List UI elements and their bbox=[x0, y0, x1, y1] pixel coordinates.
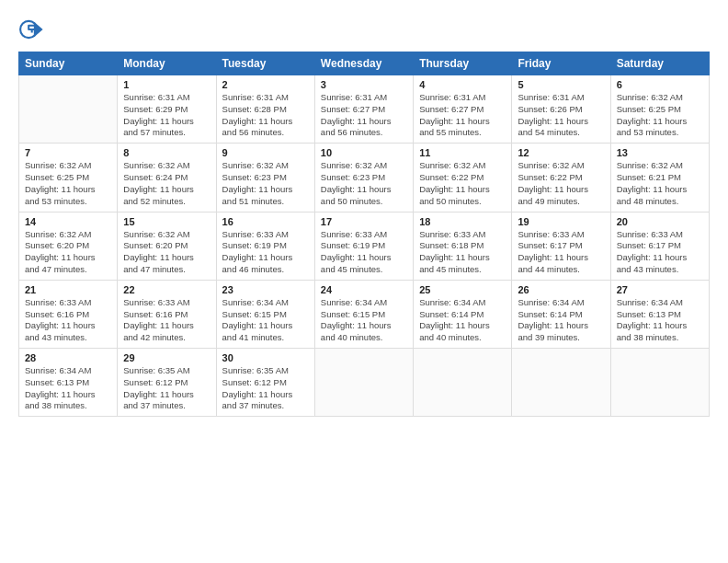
calendar-cell bbox=[610, 349, 709, 417]
day-detail: Sunrise: 6:32 AM Sunset: 6:20 PM Dayligh… bbox=[25, 229, 111, 276]
calendar-cell: 17Sunrise: 6:33 AM Sunset: 6:19 PM Dayli… bbox=[314, 212, 413, 280]
day-number: 23 bbox=[222, 284, 309, 295]
page: SundayMondayTuesdayWednesdayThursdayFrid… bbox=[0, 0, 728, 563]
calendar-cell: 2Sunrise: 6:31 AM Sunset: 6:28 PM Daylig… bbox=[216, 75, 314, 144]
calendar-cell: 3Sunrise: 6:31 AM Sunset: 6:27 PM Daylig… bbox=[314, 75, 413, 144]
day-detail: Sunrise: 6:31 AM Sunset: 6:29 PM Dayligh… bbox=[123, 92, 210, 139]
day-number: 10 bbox=[321, 147, 407, 158]
calendar-cell: 27Sunrise: 6:34 AM Sunset: 6:13 PM Dayli… bbox=[610, 280, 709, 348]
calendar-cell: 21Sunrise: 6:33 AM Sunset: 6:16 PM Dayli… bbox=[19, 280, 118, 348]
calendar-cell: 28Sunrise: 6:34 AM Sunset: 6:13 PM Dayli… bbox=[19, 349, 118, 417]
calendar-cell: 6Sunrise: 6:32 AM Sunset: 6:25 PM Daylig… bbox=[610, 75, 709, 144]
logo-icon bbox=[18, 17, 44, 42]
day-number: 20 bbox=[617, 216, 703, 227]
calendar-cell: 9Sunrise: 6:32 AM Sunset: 6:23 PM Daylig… bbox=[216, 144, 314, 212]
day-number: 18 bbox=[419, 216, 506, 227]
weekday-header-wednesday: Wednesday bbox=[314, 52, 413, 75]
day-number: 22 bbox=[123, 284, 210, 295]
day-detail: Sunrise: 6:32 AM Sunset: 6:23 PM Dayligh… bbox=[321, 160, 407, 207]
day-number: 12 bbox=[518, 147, 604, 158]
day-detail: Sunrise: 6:33 AM Sunset: 6:19 PM Dayligh… bbox=[321, 229, 407, 276]
day-number: 14 bbox=[25, 216, 111, 227]
calendar-cell: 26Sunrise: 6:34 AM Sunset: 6:14 PM Dayli… bbox=[512, 280, 610, 348]
day-detail: Sunrise: 6:33 AM Sunset: 6:16 PM Dayligh… bbox=[25, 297, 111, 344]
day-detail: Sunrise: 6:35 AM Sunset: 6:12 PM Dayligh… bbox=[222, 365, 309, 412]
weekday-header-monday: Monday bbox=[118, 52, 216, 75]
calendar-cell: 30Sunrise: 6:35 AM Sunset: 6:12 PM Dayli… bbox=[216, 349, 314, 417]
weekday-header-saturday: Saturday bbox=[610, 52, 709, 75]
day-number: 19 bbox=[518, 216, 604, 227]
day-detail: Sunrise: 6:31 AM Sunset: 6:27 PM Dayligh… bbox=[321, 92, 407, 139]
day-detail: Sunrise: 6:31 AM Sunset: 6:27 PM Dayligh… bbox=[419, 92, 506, 139]
calendar-cell: 18Sunrise: 6:33 AM Sunset: 6:18 PM Dayli… bbox=[414, 212, 512, 280]
day-detail: Sunrise: 6:31 AM Sunset: 6:28 PM Dayligh… bbox=[222, 92, 309, 139]
day-detail: Sunrise: 6:35 AM Sunset: 6:12 PM Dayligh… bbox=[123, 365, 210, 412]
calendar-cell: 20Sunrise: 6:33 AM Sunset: 6:17 PM Dayli… bbox=[610, 212, 709, 280]
day-detail: Sunrise: 6:32 AM Sunset: 6:24 PM Dayligh… bbox=[123, 160, 210, 207]
day-number: 30 bbox=[222, 352, 309, 363]
calendar-cell: 16Sunrise: 6:33 AM Sunset: 6:19 PM Dayli… bbox=[216, 212, 314, 280]
calendar-cell: 22Sunrise: 6:33 AM Sunset: 6:16 PM Dayli… bbox=[118, 280, 216, 348]
day-number: 5 bbox=[518, 79, 604, 90]
day-detail: Sunrise: 6:32 AM Sunset: 6:20 PM Dayligh… bbox=[123, 229, 210, 276]
calendar-table: SundayMondayTuesdayWednesdayThursdayFrid… bbox=[18, 52, 710, 417]
day-number: 1 bbox=[123, 79, 210, 90]
day-number: 9 bbox=[222, 147, 309, 158]
day-number: 13 bbox=[617, 147, 703, 158]
calendar-week-row: 21Sunrise: 6:33 AM Sunset: 6:16 PM Dayli… bbox=[19, 280, 710, 348]
day-detail: Sunrise: 6:34 AM Sunset: 6:14 PM Dayligh… bbox=[518, 297, 604, 344]
calendar-header: SundayMondayTuesdayWednesdayThursdayFrid… bbox=[19, 52, 710, 75]
day-number: 27 bbox=[617, 284, 703, 295]
header bbox=[18, 17, 710, 42]
day-detail: Sunrise: 6:34 AM Sunset: 6:13 PM Dayligh… bbox=[617, 297, 703, 344]
day-detail: Sunrise: 6:32 AM Sunset: 6:22 PM Dayligh… bbox=[419, 160, 506, 207]
calendar-cell bbox=[414, 349, 512, 417]
weekday-header-friday: Friday bbox=[512, 52, 610, 75]
calendar-cell: 8Sunrise: 6:32 AM Sunset: 6:24 PM Daylig… bbox=[118, 144, 216, 212]
calendar-cell: 11Sunrise: 6:32 AM Sunset: 6:22 PM Dayli… bbox=[414, 144, 512, 212]
calendar-week-row: 7Sunrise: 6:32 AM Sunset: 6:25 PM Daylig… bbox=[19, 144, 710, 212]
calendar-cell: 23Sunrise: 6:34 AM Sunset: 6:15 PM Dayli… bbox=[216, 280, 314, 348]
calendar-cell: 10Sunrise: 6:32 AM Sunset: 6:23 PM Dayli… bbox=[314, 144, 413, 212]
day-number: 6 bbox=[617, 79, 703, 90]
day-number: 7 bbox=[25, 147, 111, 158]
calendar-cell: 24Sunrise: 6:34 AM Sunset: 6:15 PM Dayli… bbox=[314, 280, 413, 348]
day-number: 4 bbox=[419, 79, 506, 90]
day-detail: Sunrise: 6:32 AM Sunset: 6:25 PM Dayligh… bbox=[617, 92, 703, 139]
calendar-week-row: 14Sunrise: 6:32 AM Sunset: 6:20 PM Dayli… bbox=[19, 212, 710, 280]
calendar-cell: 25Sunrise: 6:34 AM Sunset: 6:14 PM Dayli… bbox=[414, 280, 512, 348]
day-detail: Sunrise: 6:32 AM Sunset: 6:22 PM Dayligh… bbox=[518, 160, 604, 207]
calendar-cell: 1Sunrise: 6:31 AM Sunset: 6:29 PM Daylig… bbox=[118, 75, 216, 144]
day-detail: Sunrise: 6:34 AM Sunset: 6:15 PM Dayligh… bbox=[321, 297, 407, 344]
day-detail: Sunrise: 6:33 AM Sunset: 6:17 PM Dayligh… bbox=[617, 229, 703, 276]
calendar-week-row: 1Sunrise: 6:31 AM Sunset: 6:29 PM Daylig… bbox=[19, 75, 710, 144]
day-number: 26 bbox=[518, 284, 604, 295]
calendar-cell: 29Sunrise: 6:35 AM Sunset: 6:12 PM Dayli… bbox=[118, 349, 216, 417]
calendar-cell: 15Sunrise: 6:32 AM Sunset: 6:20 PM Dayli… bbox=[118, 212, 216, 280]
day-detail: Sunrise: 6:33 AM Sunset: 6:18 PM Dayligh… bbox=[419, 229, 506, 276]
calendar-cell: 19Sunrise: 6:33 AM Sunset: 6:17 PM Dayli… bbox=[512, 212, 610, 280]
calendar-cell: 4Sunrise: 6:31 AM Sunset: 6:27 PM Daylig… bbox=[414, 75, 512, 144]
calendar-cell bbox=[314, 349, 413, 417]
day-detail: Sunrise: 6:33 AM Sunset: 6:17 PM Dayligh… bbox=[518, 229, 604, 276]
calendar-week-row: 28Sunrise: 6:34 AM Sunset: 6:13 PM Dayli… bbox=[19, 349, 710, 417]
calendar-cell: 14Sunrise: 6:32 AM Sunset: 6:20 PM Dayli… bbox=[19, 212, 118, 280]
weekday-header-sunday: Sunday bbox=[19, 52, 118, 75]
day-number: 15 bbox=[123, 216, 210, 227]
day-detail: Sunrise: 6:32 AM Sunset: 6:21 PM Dayligh… bbox=[617, 160, 703, 207]
day-detail: Sunrise: 6:34 AM Sunset: 6:15 PM Dayligh… bbox=[222, 297, 309, 344]
day-detail: Sunrise: 6:32 AM Sunset: 6:23 PM Dayligh… bbox=[222, 160, 309, 207]
day-detail: Sunrise: 6:31 AM Sunset: 6:26 PM Dayligh… bbox=[518, 92, 604, 139]
calendar-body: 1Sunrise: 6:31 AM Sunset: 6:29 PM Daylig… bbox=[19, 75, 710, 417]
day-detail: Sunrise: 6:32 AM Sunset: 6:25 PM Dayligh… bbox=[25, 160, 111, 207]
calendar-cell: 7Sunrise: 6:32 AM Sunset: 6:25 PM Daylig… bbox=[19, 144, 118, 212]
day-number: 3 bbox=[321, 79, 407, 90]
day-number: 21 bbox=[25, 284, 111, 295]
day-number: 2 bbox=[222, 79, 309, 90]
day-detail: Sunrise: 6:33 AM Sunset: 6:16 PM Dayligh… bbox=[123, 297, 210, 344]
day-number: 17 bbox=[321, 216, 407, 227]
calendar-cell bbox=[19, 75, 118, 144]
calendar-cell: 13Sunrise: 6:32 AM Sunset: 6:21 PM Dayli… bbox=[610, 144, 709, 212]
day-number: 25 bbox=[419, 284, 506, 295]
weekday-header-row: SundayMondayTuesdayWednesdayThursdayFrid… bbox=[19, 52, 710, 75]
